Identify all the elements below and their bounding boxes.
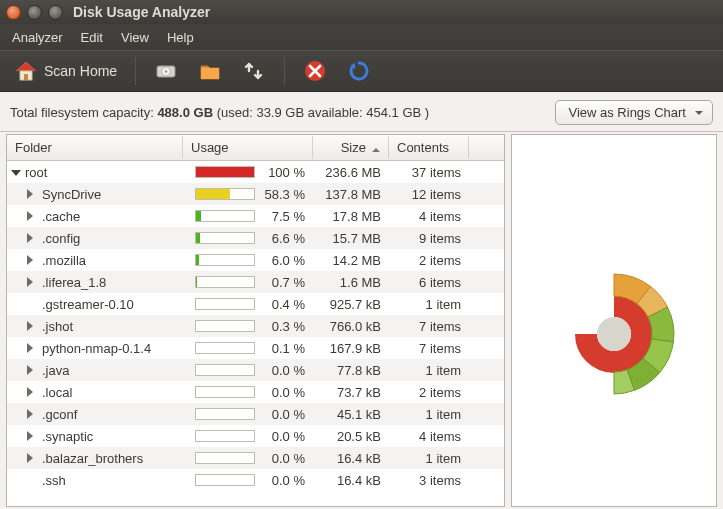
- usage-percent: 0.1 %: [261, 341, 305, 356]
- table-row[interactable]: .gstreamer-0.100.4 %925.7 kB1 item: [7, 293, 504, 315]
- table-row[interactable]: .gconf0.0 %45.1 kB1 item: [7, 403, 504, 425]
- table-row[interactable]: .ssh0.0 %16.4 kB3 items: [7, 469, 504, 491]
- expander-closed-icon[interactable]: [27, 365, 38, 375]
- folder-name: python-nmap-0.1.4: [42, 341, 151, 356]
- rings-chart[interactable]: [511, 134, 717, 507]
- usage-percent: 58.3 %: [261, 187, 305, 202]
- expander-closed-icon[interactable]: [27, 189, 38, 199]
- window-title: Disk Usage Analyzer: [73, 4, 210, 20]
- table-row[interactable]: SyncDrive58.3 %137.8 MB12 items: [7, 183, 504, 205]
- expander-closed-icon[interactable]: [27, 233, 38, 243]
- menu-edit[interactable]: Edit: [73, 27, 111, 48]
- expander-closed-icon[interactable]: [27, 211, 38, 221]
- col-size[interactable]: Size: [313, 136, 389, 159]
- usage-percent: 7.5 %: [261, 209, 305, 224]
- col-folder[interactable]: Folder: [7, 136, 183, 159]
- table-row[interactable]: python-nmap-0.1.40.1 %167.9 kB7 items: [7, 337, 504, 359]
- window-maximize-icon[interactable]: [48, 5, 63, 20]
- table-row[interactable]: .config6.6 %15.7 MB9 items: [7, 227, 504, 249]
- col-usage[interactable]: Usage: [183, 136, 313, 159]
- expander-closed-icon[interactable]: [27, 387, 38, 397]
- usage-percent: 0.0 %: [261, 407, 305, 422]
- folder-name: .config: [42, 231, 80, 246]
- contents-cell: 2 items: [389, 385, 469, 400]
- toolbar-separator: [135, 57, 136, 85]
- size-cell: 236.6 MB: [313, 165, 389, 180]
- usage-percent: 0.7 %: [261, 275, 305, 290]
- usage-bar: [195, 430, 255, 442]
- usage-percent: 0.0 %: [261, 451, 305, 466]
- folder-name: .local: [42, 385, 72, 400]
- expander-closed-icon[interactable]: [27, 453, 38, 463]
- table-row[interactable]: .liferea_1.80.7 %1.6 MB6 items: [7, 271, 504, 293]
- toolbar-separator: [284, 57, 285, 85]
- contents-cell: 1 item: [389, 407, 469, 422]
- sort-ascending-icon: [372, 144, 380, 152]
- size-cell: 17.8 MB: [313, 209, 389, 224]
- stop-button[interactable]: [297, 55, 333, 87]
- table-row[interactable]: .java0.0 %77.8 kB1 item: [7, 359, 504, 381]
- scan-filesystem-button[interactable]: [148, 55, 184, 87]
- size-cell: 73.7 kB: [313, 385, 389, 400]
- expander-closed-icon[interactable]: [27, 255, 38, 265]
- folder-icon: [198, 59, 222, 83]
- size-cell: 15.7 MB: [313, 231, 389, 246]
- expander-closed-icon[interactable]: [27, 321, 38, 331]
- menu-help[interactable]: Help: [159, 27, 202, 48]
- menubar: Analyzer Edit View Help: [0, 24, 723, 50]
- usage-bar: [195, 298, 255, 310]
- expander-closed-icon[interactable]: [27, 343, 38, 353]
- svg-point-10: [597, 317, 631, 351]
- usage-bar: [195, 320, 255, 332]
- contents-cell: 7 items: [389, 341, 469, 356]
- size-cell: 14.2 MB: [313, 253, 389, 268]
- view-mode-selector[interactable]: View as Rings Chart: [555, 100, 713, 125]
- contents-cell: 1 item: [389, 363, 469, 378]
- usage-percent: 6.0 %: [261, 253, 305, 268]
- table-row[interactable]: .balazar_brothers0.0 %16.4 kB1 item: [7, 447, 504, 469]
- expander-closed-icon[interactable]: [27, 409, 38, 419]
- usage-percent: 0.0 %: [261, 385, 305, 400]
- svg-point-6: [165, 70, 167, 72]
- folder-name: .synaptic: [42, 429, 93, 444]
- expander-closed-icon[interactable]: [27, 277, 38, 287]
- table-row[interactable]: .synaptic0.0 %20.5 kB4 items: [7, 425, 504, 447]
- usage-percent: 0.0 %: [261, 363, 305, 378]
- refresh-button[interactable]: [341, 55, 377, 87]
- contents-cell: 37 items: [389, 165, 469, 180]
- contents-cell: 2 items: [389, 253, 469, 268]
- contents-cell: 9 items: [389, 231, 469, 246]
- menu-analyzer[interactable]: Analyzer: [4, 27, 71, 48]
- usage-bar: [195, 276, 255, 288]
- table-row[interactable]: .jshot0.3 %766.0 kB7 items: [7, 315, 504, 337]
- table-row[interactable]: .mozilla6.0 %14.2 MB2 items: [7, 249, 504, 271]
- disk-icon: [154, 59, 178, 83]
- size-cell: 137.8 MB: [313, 187, 389, 202]
- size-cell: 20.5 kB: [313, 429, 389, 444]
- folder-name: .jshot: [42, 319, 73, 334]
- refresh-icon: [347, 59, 371, 83]
- network-transfer-icon: [242, 59, 266, 83]
- col-contents[interactable]: Contents: [389, 136, 469, 159]
- contents-cell: 4 items: [389, 429, 469, 444]
- folder-tree[interactable]: Folder Usage Size Contents root100 %236.…: [6, 134, 505, 507]
- scan-remote-button[interactable]: [236, 55, 272, 87]
- toolbar: Scan Home: [0, 50, 723, 92]
- folder-name: .ssh: [42, 473, 66, 488]
- table-row[interactable]: root100 %236.6 MB37 items: [7, 161, 504, 183]
- usage-bar: [195, 166, 255, 178]
- menu-view[interactable]: View: [113, 27, 157, 48]
- window-minimize-icon[interactable]: [27, 5, 42, 20]
- size-cell: 45.1 kB: [313, 407, 389, 422]
- usage-percent: 6.6 %: [261, 231, 305, 246]
- usage-percent: 0.3 %: [261, 319, 305, 334]
- expander-open-icon[interactable]: [11, 170, 21, 180]
- scan-home-button[interactable]: Scan Home: [8, 55, 123, 87]
- expander-closed-icon[interactable]: [27, 431, 38, 441]
- usage-bar: [195, 254, 255, 266]
- window-close-icon[interactable]: [6, 5, 21, 20]
- folder-name: .liferea_1.8: [42, 275, 106, 290]
- table-row[interactable]: .local0.0 %73.7 kB2 items: [7, 381, 504, 403]
- table-row[interactable]: .cache7.5 %17.8 MB4 items: [7, 205, 504, 227]
- scan-folder-button[interactable]: [192, 55, 228, 87]
